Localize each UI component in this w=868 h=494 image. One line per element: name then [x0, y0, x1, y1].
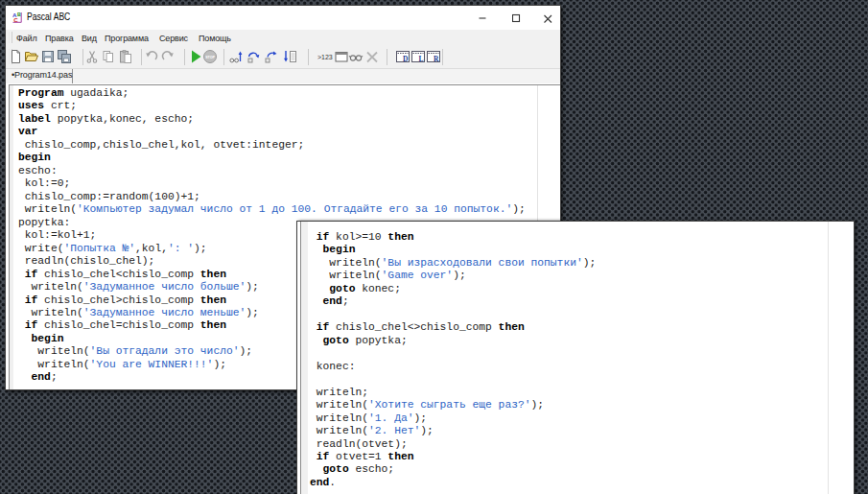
svg-text:STOP: STOP	[205, 56, 215, 59]
svg-text:R: R	[434, 55, 439, 63]
svg-text:C: C	[13, 16, 18, 23]
svg-text:>123: >123	[317, 54, 333, 60]
svg-text:L: L	[419, 55, 424, 63]
svg-text:D: D	[403, 55, 409, 63]
